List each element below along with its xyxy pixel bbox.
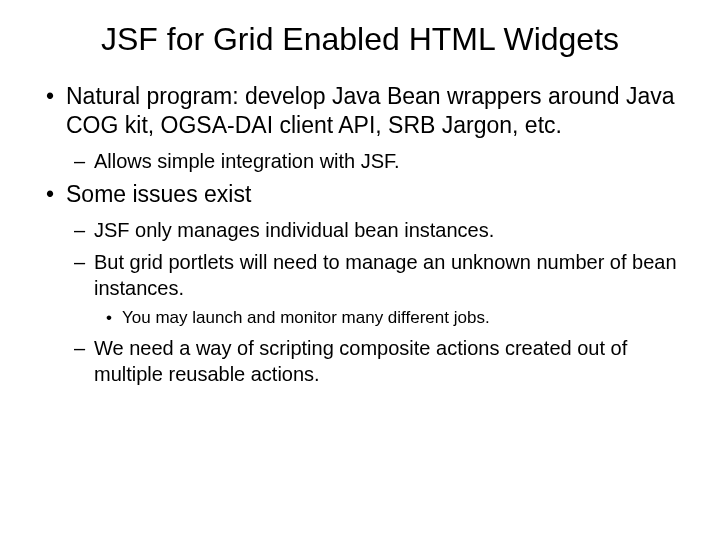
bullet-text: Natural program: develop Java Bean wrapp… [66, 83, 675, 138]
sub-list: JSF only manages individual bean instanc… [66, 217, 680, 387]
bullet-text: We need a way of scripting composite act… [94, 337, 627, 385]
list-item: Natural program: develop Java Bean wrapp… [40, 82, 680, 174]
list-item: Allows simple integration with JSF. [72, 148, 680, 174]
list-item: We need a way of scripting composite act… [72, 335, 680, 387]
list-item: Some issues exist JSF only manages indiv… [40, 180, 680, 387]
bullet-text: Some issues exist [66, 181, 251, 207]
list-item: You may launch and monitor many differen… [104, 307, 680, 329]
bullet-text: You may launch and monitor many differen… [122, 308, 490, 327]
bullet-text: Allows simple integration with JSF. [94, 150, 400, 172]
bullet-list: Natural program: develop Java Bean wrapp… [40, 82, 680, 386]
bullet-text: But grid portlets will need to manage an… [94, 251, 677, 299]
slide-title: JSF for Grid Enabled HTML Widgets [40, 20, 680, 58]
sub-list: Allows simple integration with JSF. [66, 148, 680, 174]
sub-sub-list: You may launch and monitor many differen… [94, 307, 680, 329]
bullet-text: JSF only manages individual bean instanc… [94, 219, 494, 241]
list-item: JSF only manages individual bean instanc… [72, 217, 680, 243]
list-item: But grid portlets will need to manage an… [72, 249, 680, 329]
